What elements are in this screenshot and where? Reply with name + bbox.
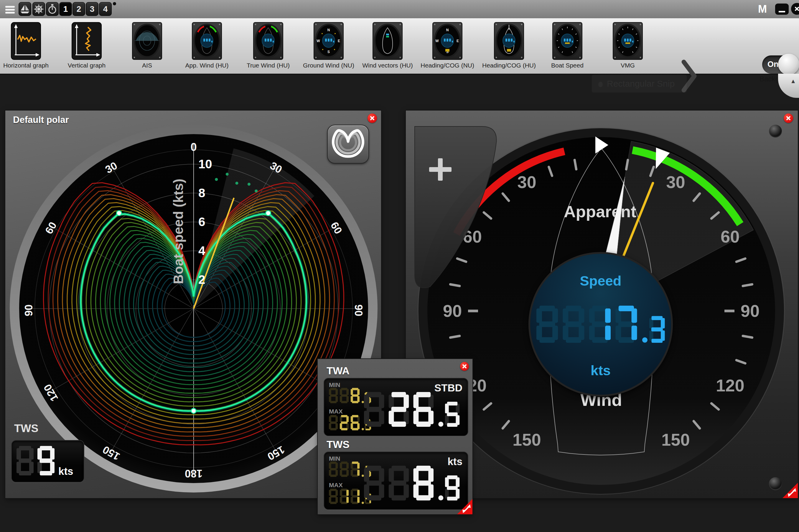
toggle-state-label: On xyxy=(767,60,779,69)
app-wind-thumb xyxy=(192,22,222,60)
svg-text:10: 10 xyxy=(198,157,212,171)
tab-1-label: 1 xyxy=(63,4,68,14)
svg-text:180: 180 xyxy=(185,468,203,479)
ribbon-item-ais[interactable]: AIS xyxy=(119,18,175,72)
resize-arrow-icon xyxy=(462,504,472,514)
tab-2-label: 2 xyxy=(77,4,81,14)
sailboat-button[interactable] xyxy=(19,2,31,16)
svg-text:6: 6 xyxy=(198,215,205,229)
svg-text:W: W xyxy=(435,39,439,43)
ground-wind-thumb: NWES xyxy=(313,22,344,60)
tws-panel-lcd: kts xyxy=(11,440,84,482)
svg-text:N: N xyxy=(327,28,330,32)
ribbon-item-horizontal-graph[interactable]: Horizontal graph xyxy=(0,18,54,72)
vertical-graph-thumb xyxy=(71,22,102,60)
add-button[interactable] xyxy=(412,123,503,289)
ribbon-item-vmg[interactable]: VMG xyxy=(600,18,656,72)
twa-section-title: TWA xyxy=(327,365,349,377)
screw-icon xyxy=(769,477,782,490)
tab-4-label: 4 xyxy=(103,4,108,14)
svg-text:N: N xyxy=(446,28,449,32)
stopwatch-icon xyxy=(46,3,58,15)
tab-1[interactable]: 1 xyxy=(59,2,72,16)
svg-text:30: 30 xyxy=(517,172,536,192)
timer-button[interactable] xyxy=(46,2,59,16)
speed-hub: Speed kts xyxy=(529,252,673,396)
svg-text:90: 90 xyxy=(353,304,365,316)
horizontal-graph-thumb xyxy=(11,22,41,60)
titlebar: 1 2 3 4 M xyxy=(0,0,799,19)
polar-close-button[interactable] xyxy=(367,113,377,123)
svg-text:E: E xyxy=(338,39,340,43)
toggle-knob[interactable] xyxy=(778,54,799,75)
hub-speed-label: Speed xyxy=(530,273,671,289)
ribbon-item-vertical-graph[interactable]: Vertical graph xyxy=(59,18,115,72)
tws-side-label: kts xyxy=(448,456,462,468)
twa-main-display xyxy=(364,392,463,427)
ship-wheel-icon xyxy=(33,3,44,15)
panel-collapse-handle[interactable]: ▲ xyxy=(778,74,799,98)
twa-side-label: STBD xyxy=(434,382,462,394)
screw-icon xyxy=(769,125,782,138)
helm-button[interactable] xyxy=(33,2,45,16)
svg-text:4: 4 xyxy=(198,244,205,258)
svg-text:W: W xyxy=(317,39,320,43)
menu-icon[interactable] xyxy=(5,5,15,14)
status-dot xyxy=(113,2,116,5)
twa-close-button[interactable] xyxy=(460,362,469,371)
svg-text:60: 60 xyxy=(721,227,740,246)
ribbon-item-heading-cog-nu[interactable]: NWESHeading/COG (NU) xyxy=(419,18,475,72)
svg-text:2: 2 xyxy=(198,273,205,286)
svg-text:90: 90 xyxy=(23,304,35,316)
gauge-close-button[interactable] xyxy=(784,113,793,123)
heading-cog-nu-thumb: NWES xyxy=(432,22,463,60)
tab-3-label: 3 xyxy=(90,4,95,14)
svg-text:30: 30 xyxy=(666,172,685,192)
window-close-button[interactable] xyxy=(791,3,799,15)
twa-tws-widget: TWA MIN MAX STBD TWS MIN MAX kts xyxy=(318,359,472,514)
ribbon-item-heading-cog-hu[interactable]: Heading/COG (HU) xyxy=(481,18,537,72)
svg-text:S: S xyxy=(327,50,330,54)
tab-4[interactable]: 4 xyxy=(99,2,112,16)
wind-vectors-thumb xyxy=(372,22,403,60)
svg-text:8: 8 xyxy=(198,186,205,200)
polar-logo-button[interactable] xyxy=(327,125,369,164)
tws-main-display xyxy=(364,466,463,500)
ribbon-item-ground-wind[interactable]: NWESGround Wind (NU) xyxy=(301,18,357,72)
polar-title: Default polar xyxy=(13,115,69,125)
svg-text:120: 120 xyxy=(716,376,744,395)
polar-logo-icon xyxy=(328,125,368,163)
ribbon-item-boat-speed[interactable]: Boat Speed xyxy=(539,18,595,72)
twa-lcd: MIN MAX STBD xyxy=(324,378,468,436)
svg-text:Apparent: Apparent xyxy=(564,202,636,221)
svg-text:E: E xyxy=(457,39,459,43)
ribbon-item-app-wind[interactable]: App. Wind (HU) xyxy=(179,18,235,72)
resize-arrow-icon xyxy=(787,488,797,497)
svg-text:90: 90 xyxy=(443,301,462,320)
svg-text:150: 150 xyxy=(661,430,690,449)
tab-3[interactable]: 3 xyxy=(86,2,98,16)
boat-speed-thumb xyxy=(552,22,583,60)
vmg-thumb xyxy=(612,22,643,60)
window-mode-label: M xyxy=(758,3,767,15)
max-label: MAX xyxy=(329,481,343,489)
tws-unit-label: kts xyxy=(58,466,73,477)
svg-text:0: 0 xyxy=(190,141,196,153)
tws-section-title: TWS xyxy=(327,439,349,450)
heading-cog-hu-thumb xyxy=(494,22,524,60)
svg-text:Boat speed (kts): Boat speed (kts) xyxy=(171,178,186,284)
hub-speed-display xyxy=(536,306,668,343)
svg-text:150: 150 xyxy=(513,430,541,449)
application-window: 1 2 3 4 M Horizontal graph Vertical grap… xyxy=(0,0,799,532)
collapse-arrow-icon: ▲ xyxy=(790,78,796,84)
hub-unit-label: kts xyxy=(530,362,671,378)
ribbon-item-wind-vectors[interactable]: Wind vectors (HU) xyxy=(360,18,416,72)
minimize-button[interactable] xyxy=(775,3,789,15)
tab-2[interactable]: 2 xyxy=(73,2,85,16)
min-label: MIN xyxy=(329,381,340,388)
sailboat-icon xyxy=(19,3,31,15)
svg-text:90: 90 xyxy=(741,301,760,320)
ais-thumb xyxy=(132,22,163,60)
ribbon-item-true-wind[interactable]: True Wind (HU) xyxy=(240,18,296,72)
max-label: MAX xyxy=(329,408,343,415)
